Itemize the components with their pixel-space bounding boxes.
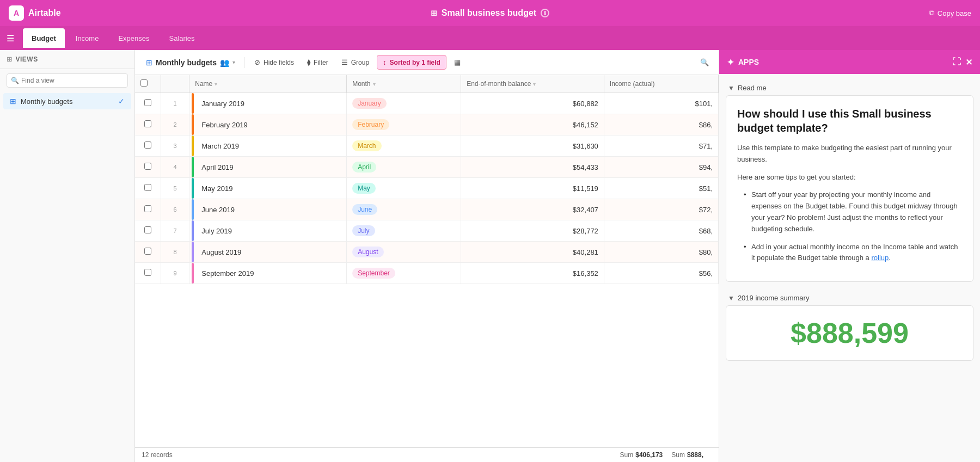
check-icon: ✓ xyxy=(118,97,125,106)
tab-budget[interactable]: Budget xyxy=(23,28,65,48)
tip-1: Start off your year by projecting your m… xyxy=(744,189,962,235)
row-balance-cell: $32,407 xyxy=(461,199,604,220)
section-caret-income: ▼ xyxy=(728,294,734,302)
row-number: 4 xyxy=(161,157,189,178)
app-section-header-income[interactable]: ▼ 2019 income summary xyxy=(726,291,973,305)
filter-btn[interactable]: ⧫ Filter xyxy=(302,56,334,69)
row-number: 3 xyxy=(161,135,189,157)
extra-btn[interactable]: ▦ xyxy=(449,56,466,69)
th-balance-label: End-of-month balance xyxy=(467,80,531,88)
group-btn[interactable]: ☰ Group xyxy=(336,56,375,69)
search-icon-toolbar: 🔍 xyxy=(700,58,709,66)
row-checkbox[interactable] xyxy=(144,184,151,191)
th-name: Name ▾ xyxy=(189,75,347,93)
row-name: March 2019 xyxy=(196,138,294,155)
th-income: Income (actual) xyxy=(604,75,718,93)
logo[interactable]: A Airtable xyxy=(9,5,61,21)
hide-fields-btn[interactable]: ⊘ Hide fields xyxy=(249,56,299,69)
row-name-cell: August 2019 xyxy=(189,242,347,263)
row-checkbox[interactable] xyxy=(144,269,151,276)
row-name: May 2019 xyxy=(196,180,294,197)
row-name-cell: June 2019 xyxy=(189,199,347,220)
row-name-cell: April 2019 xyxy=(189,157,347,178)
table-row: 6 June 2019 June $32,407 $72, xyxy=(135,199,719,220)
row-balance-cell: $54,433 xyxy=(461,157,604,178)
row-checkbox[interactable] xyxy=(144,205,151,212)
th-checkbox xyxy=(135,75,161,93)
row-balance-cell: $31,630 xyxy=(461,135,604,157)
sort-label: Sorted by 1 field xyxy=(390,59,440,66)
app-section-header-read-me[interactable]: ▼ Read me xyxy=(726,81,973,95)
tab-income[interactable]: Income xyxy=(67,28,108,48)
row-name: January 2019 xyxy=(196,95,294,112)
table-header-row: Name ▾ Month ▾ End-of-mo xyxy=(135,75,719,93)
row-income-cell: $71, xyxy=(604,135,718,157)
logo-text: Airtable xyxy=(28,8,61,18)
select-all-checkbox[interactable] xyxy=(140,79,148,87)
top-bar: A Airtable ⊞ Small business budget ℹ ⧉ C… xyxy=(0,0,980,26)
row-name-cell: February 2019 xyxy=(189,114,347,135)
row-name-cell: July 2019 xyxy=(189,220,347,242)
th-month: Month ▾ xyxy=(347,75,461,93)
table-row: 3 March 2019 March $31,630 $71, xyxy=(135,135,719,157)
views-header: ⊞ VIEWS xyxy=(0,50,134,69)
card-tips-list: Start off your year by projecting your m… xyxy=(737,189,962,264)
month-badge: January xyxy=(352,98,387,109)
apps-panel: ✦ APPS ⛶ ✕ ▼ Read me How should I use th… xyxy=(719,50,980,462)
row-checkbox[interactable] xyxy=(144,141,151,149)
row-month-cell: September xyxy=(347,263,461,284)
row-checkbox-cell xyxy=(135,220,161,242)
table-row: 2 February 2019 February $46,152 $86, xyxy=(135,114,719,135)
row-balance-cell: $28,772 xyxy=(461,220,604,242)
row-name: September 2019 xyxy=(196,265,294,282)
sort-btn[interactable]: ↕ Sorted by 1 field xyxy=(377,55,446,70)
apps-header: ✦ APPS ⛶ ✕ xyxy=(719,50,980,74)
search-btn[interactable]: 🔍 xyxy=(697,55,712,70)
section-label-income: 2019 income summary xyxy=(738,294,810,302)
close-apps-btn[interactable]: ✕ xyxy=(965,57,972,67)
sidebar-item-monthly-budgets[interactable]: ⊞ Monthly budgets ✓ xyxy=(3,93,131,109)
row-checkbox[interactable] xyxy=(144,226,151,233)
row-checkbox[interactable] xyxy=(144,120,151,127)
hamburger-icon[interactable]: ☰ xyxy=(7,33,14,44)
group-label: Group xyxy=(351,59,369,66)
read-me-card: How should I use this Small business bud… xyxy=(726,95,973,282)
expand-btn[interactable]: ⛶ xyxy=(952,57,961,67)
row-checkbox[interactable] xyxy=(144,248,151,255)
row-income-cell: $72, xyxy=(604,199,718,220)
row-month-cell: May xyxy=(347,178,461,199)
view-grid-icon: ⊞ xyxy=(146,58,152,67)
section-caret-read-me: ▼ xyxy=(728,84,734,92)
row-balance-cell: $60,882 xyxy=(461,93,604,114)
views-label: VIEWS xyxy=(16,56,38,63)
row-month-cell: June xyxy=(347,199,461,220)
month-badge: May xyxy=(352,183,376,194)
row-month-cell: August xyxy=(347,242,461,263)
info-icon[interactable]: ℹ xyxy=(541,9,549,17)
row-number: 8 xyxy=(161,242,189,263)
row-checkbox[interactable] xyxy=(144,163,151,170)
month-badge: March xyxy=(352,140,381,151)
content-area: ⊞ Monthly budgets 👥 ▾ ⊘ Hide fields ⧫ Fi… xyxy=(135,50,719,462)
row-name-cell: May 2019 xyxy=(189,178,347,199)
copy-base-btn[interactable]: ⧉ Copy base xyxy=(929,9,971,17)
th-name-sort-icon: ▾ xyxy=(215,81,217,87)
app-section-income-summary: ▼ 2019 income summary $888,599 xyxy=(726,291,973,361)
row-checkbox[interactable] xyxy=(144,99,151,106)
section-label-read-me: Read me xyxy=(738,84,767,92)
row-color-bar xyxy=(192,199,194,220)
tab-expenses[interactable]: Expenses xyxy=(109,28,158,48)
hide-fields-icon: ⊘ xyxy=(254,58,260,66)
th-balance: End-of-month balance ▾ xyxy=(461,75,604,93)
table-icon: ⊞ xyxy=(431,9,437,17)
rollup-link[interactable]: rollup xyxy=(871,254,889,262)
row-checkbox-cell xyxy=(135,199,161,220)
sum-balance-value: $406,173 xyxy=(635,451,663,459)
row-name: February 2019 xyxy=(196,116,294,133)
row-checkbox-cell xyxy=(135,263,161,284)
tab-salaries[interactable]: Salaries xyxy=(161,28,204,48)
row-balance-cell: $40,281 xyxy=(461,242,604,263)
find-view-input[interactable] xyxy=(7,73,128,88)
table-row: 5 May 2019 May $11,519 $51, xyxy=(135,178,719,199)
view-name-caret[interactable]: ▾ xyxy=(232,59,235,65)
